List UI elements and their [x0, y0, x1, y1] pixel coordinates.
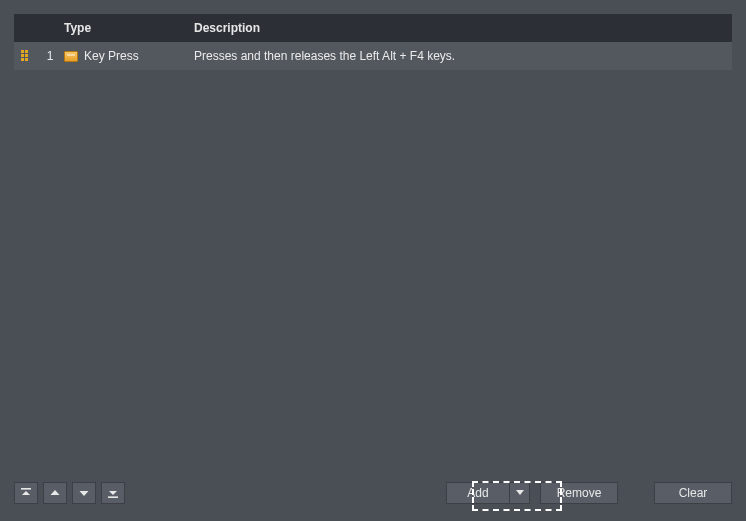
- header-description[interactable]: Description: [194, 21, 732, 35]
- add-dropdown-button[interactable]: [510, 482, 530, 504]
- row-index: 1: [36, 49, 64, 63]
- reorder-button-group: [14, 482, 125, 504]
- action-button-group: Add Remove Clear: [446, 482, 732, 504]
- chevron-top-icon: [20, 487, 32, 499]
- move-to-top-button[interactable]: [14, 482, 38, 504]
- chevron-bottom-icon: [107, 487, 119, 499]
- add-split-button: Add: [446, 482, 530, 504]
- row-type-cell: Key Press: [64, 49, 194, 63]
- move-down-button[interactable]: [72, 482, 96, 504]
- add-button[interactable]: Add: [446, 482, 510, 504]
- action-table: Type Description 1 Key Press Presses and…: [14, 14, 732, 74]
- header-type[interactable]: Type: [64, 21, 194, 35]
- remove-button-label: Remove: [557, 486, 602, 500]
- remove-button[interactable]: Remove: [540, 482, 618, 504]
- row-description: Presses and then releases the Left Alt +…: [194, 49, 732, 63]
- header-type-label: Type: [64, 21, 91, 35]
- chevron-up-icon: [49, 487, 61, 499]
- add-button-label: Add: [467, 486, 488, 500]
- row-drag-cell[interactable]: [14, 50, 36, 62]
- svg-rect-0: [21, 488, 31, 490]
- table-header-row: Type Description: [14, 14, 732, 42]
- table-row[interactable]: 1 Key Press Presses and then releases th…: [14, 42, 732, 70]
- move-to-bottom-button[interactable]: [101, 482, 125, 504]
- drag-handle-icon[interactable]: [21, 50, 30, 62]
- row-type-label: Key Press: [84, 49, 139, 63]
- move-up-button[interactable]: [43, 482, 67, 504]
- keyboard-icon: [64, 51, 78, 62]
- chevron-down-icon: [78, 487, 90, 499]
- caret-down-icon: [516, 490, 524, 496]
- clear-button[interactable]: Clear: [654, 482, 732, 504]
- clear-button-label: Clear: [679, 486, 708, 500]
- svg-rect-1: [108, 496, 118, 498]
- header-description-label: Description: [194, 21, 260, 35]
- bottom-toolbar: Add Remove Clear: [14, 479, 732, 507]
